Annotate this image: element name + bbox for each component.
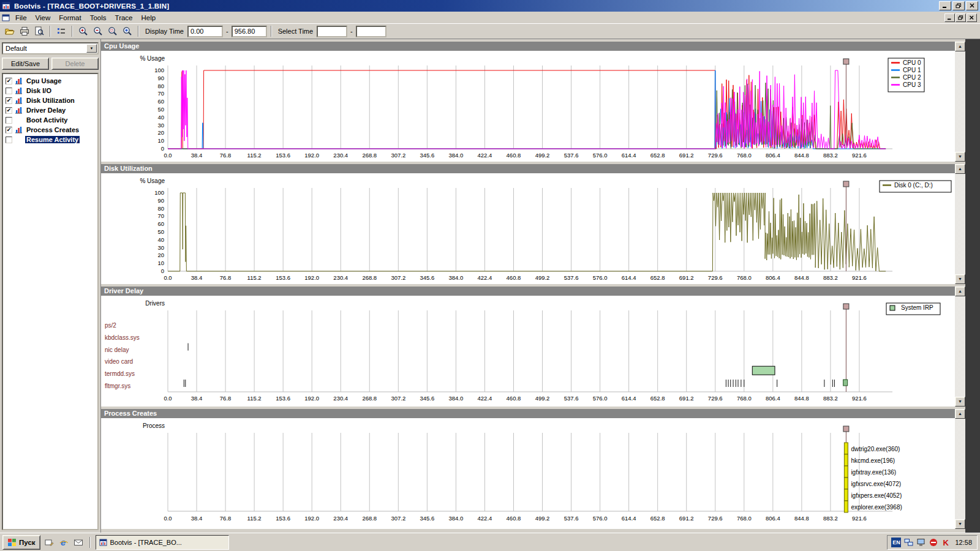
disk-chart-body[interactable]: 0.038.476.8115.2153.6192.0230.4268.8307.… <box>101 173 955 284</box>
scroll-track[interactable] <box>955 296 965 397</box>
dropdown-arrow-icon[interactable]: ▼ <box>86 44 97 53</box>
process-chart[interactable]: 0.038.476.8115.2153.6192.0230.4268.8307.… <box>101 418 955 529</box>
driver-scrollbar[interactable]: ▲▼ <box>955 287 965 407</box>
scroll-down-button[interactable]: ▼ <box>955 152 965 162</box>
tray-display-icon[interactable] <box>916 538 925 547</box>
svg-text:384.0: 384.0 <box>449 274 464 281</box>
scroll-up-button[interactable]: ▲ <box>955 287 965 296</box>
scroll-track[interactable] <box>955 174 965 274</box>
list-item-driver-delay[interactable]: ✔Driver Delay <box>4 105 97 115</box>
svg-text:K: K <box>943 538 949 547</box>
checkbox-checked[interactable]: ✔ <box>6 127 12 133</box>
checkbox-unchecked[interactable] <box>6 137 12 143</box>
scroll-up-button[interactable]: ▲ <box>955 409 965 419</box>
tray-kaspersky-icon[interactable]: K <box>941 538 950 547</box>
open-icon[interactable] <box>3 25 17 38</box>
checkbox-checked[interactable]: ✔ <box>6 97 12 104</box>
disk-scrollbar[interactable]: ▲▼ <box>955 164 965 284</box>
menu-item-help[interactable]: Help <box>137 13 160 23</box>
select-time-from-input[interactable] <box>317 26 347 37</box>
checkbox-unchecked[interactable] <box>6 117 12 124</box>
menu-item-tools[interactable]: Tools <box>86 13 111 23</box>
svg-text:576.0: 576.0 <box>593 515 608 522</box>
select-time-to-input[interactable] <box>356 26 386 37</box>
restore-button[interactable] <box>952 1 965 10</box>
cpu-panel-main: Cpu Usage0.038.476.8115.2153.6192.0230.4… <box>101 42 955 162</box>
series-list: ✔Cpu UsageDisk I/O✔Disk Utilization✔Driv… <box>2 73 99 530</box>
checkbox-checked[interactable]: ✔ <box>6 78 12 84</box>
list-item-resume-activity[interactable]: Resume Activity <box>4 135 97 144</box>
cpu-scrollbar[interactable]: ▲▼ <box>955 42 965 162</box>
svg-text:307.2: 307.2 <box>391 274 405 281</box>
checkbox-unchecked[interactable] <box>6 88 12 94</box>
mdi-minimize-button[interactable] <box>944 13 955 22</box>
quick-launch-show-desktop-icon[interactable] <box>43 536 55 549</box>
scroll-track[interactable] <box>955 51 965 152</box>
zoom-region-icon[interactable] <box>106 25 119 38</box>
svg-text:230.4: 230.4 <box>333 274 348 281</box>
driver-chart-body[interactable]: 0.038.476.8115.2153.6192.0230.4268.8307.… <box>101 296 955 407</box>
list-item-boot-activity[interactable]: Boot Activity <box>4 115 97 125</box>
mdi-close-button[interactable] <box>967 13 977 22</box>
svg-text:844.8: 844.8 <box>794 152 809 159</box>
preset-dropdown[interactable]: Default ▼ <box>2 42 99 54</box>
process-chart-body[interactable]: 0.038.476.8115.2153.6192.0230.4268.8307.… <box>101 418 955 529</box>
scroll-track[interactable] <box>955 419 965 519</box>
scroll-down-button[interactable]: ▼ <box>955 397 965 407</box>
mdi-restore-button[interactable] <box>956 13 966 22</box>
svg-text:883.2: 883.2 <box>823 152 838 159</box>
svg-text:729.6: 729.6 <box>708 395 723 402</box>
checkbox-checked[interactable]: ✔ <box>6 107 12 114</box>
mdi-child-icon[interactable] <box>2 14 10 21</box>
list-item-disk-i-o[interactable]: Disk I/O <box>4 86 97 96</box>
svg-text:0.0: 0.0 <box>164 395 172 402</box>
cpu-chart-body[interactable]: 0.038.476.8115.2153.6192.0230.4268.8307.… <box>101 51 955 162</box>
language-indicator[interactable]: EN <box>891 538 901 547</box>
svg-text:50: 50 <box>157 228 164 235</box>
process-scrollbar[interactable]: ▲▼ <box>955 409 965 529</box>
list-view-icon[interactable] <box>55 25 68 38</box>
tray-antivirus-icon[interactable] <box>929 538 938 547</box>
zoom-out-icon[interactable] <box>91 25 105 38</box>
scroll-up-button[interactable]: ▲ <box>955 42 965 51</box>
start-button[interactable]: Пуск <box>2 535 40 550</box>
process-panel-main: Process Creates0.038.476.8115.2153.6192.… <box>101 409 955 529</box>
print-icon[interactable] <box>18 25 31 38</box>
zoom-full-icon[interactable] <box>121 25 134 38</box>
svg-text:igfxpers.exe(4052): igfxpers.exe(4052) <box>851 492 902 499</box>
delete-button[interactable]: Delete <box>51 58 99 70</box>
quick-launch-internet-explorer-icon[interactable]: e <box>58 536 70 549</box>
display-time-to-input[interactable] <box>232 26 267 37</box>
window-controls <box>939 1 978 10</box>
list-item-disk-utilization[interactable]: ✔Disk Utilization <box>4 96 97 105</box>
close-button[interactable] <box>966 1 978 10</box>
panel-cpu: Cpu Usage0.038.476.8115.2153.6192.0230.4… <box>101 42 965 162</box>
menu-item-format[interactable]: Format <box>55 13 85 23</box>
tray-network-icon[interactable] <box>904 538 913 547</box>
svg-text:384.0: 384.0 <box>449 515 464 522</box>
minimize-button[interactable] <box>939 1 951 10</box>
menu-item-trace[interactable]: Trace <box>111 13 137 23</box>
taskbar-task-button[interactable]: Bootvis - [TRACE_BO... <box>96 535 229 550</box>
disk-chart[interactable]: 0.038.476.8115.2153.6192.0230.4268.8307.… <box>101 173 955 284</box>
scroll-up-button[interactable]: ▲ <box>955 164 965 174</box>
display-time-from-input[interactable] <box>187 26 223 37</box>
cpu-chart[interactable]: 0.038.476.8115.2153.6192.0230.4268.8307.… <box>101 51 955 162</box>
list-item-process-creates[interactable]: ✔Process Creates <box>4 125 97 135</box>
list-item-cpu-usage[interactable]: ✔Cpu Usage <box>4 76 97 86</box>
taskbar-clock: 12:58 <box>955 539 972 546</box>
quick-launch-outlook-express-icon[interactable] <box>72 536 85 549</box>
zoom-in-icon[interactable] <box>77 25 90 38</box>
menu-item-file[interactable]: File <box>11 13 31 23</box>
driver-chart[interactable]: 0.038.476.8115.2153.6192.0230.4268.8307.… <box>101 296 955 407</box>
scroll-down-button[interactable]: ▼ <box>955 519 965 529</box>
list-item-label: Cpu Usage <box>25 77 62 84</box>
edit-save-button[interactable]: Edit/Save <box>2 58 49 70</box>
svg-text:CPU 1: CPU 1 <box>903 67 921 73</box>
svg-text:921.6: 921.6 <box>852 395 867 402</box>
svg-text:0.0: 0.0 <box>164 274 172 281</box>
menu-item-view[interactable]: View <box>31 13 55 23</box>
svg-text:0: 0 <box>161 145 164 152</box>
scroll-down-button[interactable]: ▼ <box>955 274 965 284</box>
print-preview-icon[interactable] <box>32 25 46 38</box>
